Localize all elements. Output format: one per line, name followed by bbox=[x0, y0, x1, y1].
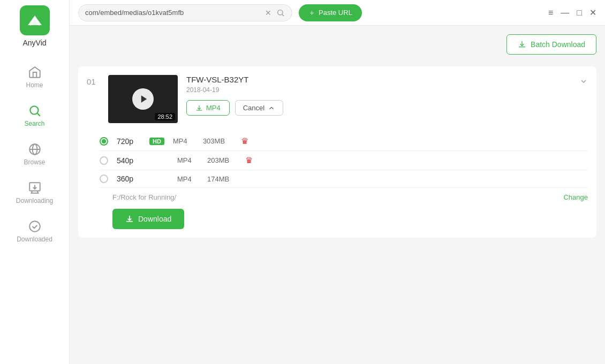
expand-icon[interactable] bbox=[579, 75, 588, 88]
svg-line-8 bbox=[282, 14, 284, 16]
svg-point-6 bbox=[29, 221, 40, 232]
quality-540p-label: 540p bbox=[117, 156, 141, 165]
batch-download-button[interactable]: Batch Download bbox=[506, 34, 596, 55]
sidebar-item-downloaded-label: Downloaded bbox=[17, 236, 52, 243]
downloading-icon bbox=[28, 181, 42, 195]
format-540p: MP4 bbox=[177, 156, 199, 164]
radio-540p[interactable] bbox=[100, 156, 108, 165]
quality-section: 720p HD MP4 303MB ♛ 540p MP4 203MB ♛ bbox=[87, 132, 588, 229]
video-date: 2018-04-19 bbox=[186, 86, 571, 94]
video-actions: MP4 Cancel bbox=[186, 100, 571, 116]
sidebar: AnyVid Home Search Browse Downloading bbox=[0, 0, 70, 364]
main-content: com/embed/medias/o1kvat5mfb ✕ ＋ Paste UR… bbox=[70, 0, 605, 364]
video-card: 01 28:52 TFW-VSL-B32YT 2018-04-19 bbox=[78, 66, 596, 238]
quality-row-720p: 720p HD MP4 303MB ♛ bbox=[100, 132, 588, 151]
window-controls: ≡ — □ ✕ bbox=[548, 7, 596, 18]
paste-url-button[interactable]: ＋ Paste URL bbox=[299, 4, 362, 21]
download-icon bbox=[125, 215, 134, 223]
titlebar: com/embed/medias/o1kvat5mfb ✕ ＋ Paste UR… bbox=[70, 0, 605, 26]
folder-row: F:/Rock for Running/ Change bbox=[100, 188, 588, 207]
quality-720p-label: 720p bbox=[117, 137, 141, 146]
sidebar-item-downloading[interactable]: Downloading bbox=[0, 173, 69, 212]
svg-line-1 bbox=[37, 113, 40, 116]
maximize-icon[interactable]: □ bbox=[577, 8, 582, 18]
hd-badge: HD bbox=[149, 138, 164, 145]
url-search-icon[interactable] bbox=[276, 8, 285, 18]
mp4-button[interactable]: MP4 bbox=[186, 100, 230, 116]
app-name: AnyVid bbox=[22, 39, 46, 47]
premium-icon-720p: ♛ bbox=[241, 136, 248, 146]
play-icon bbox=[139, 94, 149, 104]
mp4-download-icon bbox=[195, 104, 203, 112]
search-icon bbox=[28, 104, 42, 118]
minimize-icon[interactable]: — bbox=[561, 8, 569, 18]
size-720p: 303MB bbox=[203, 137, 232, 145]
quality-row-360p: 360p MP4 174MB bbox=[100, 170, 588, 188]
home-icon bbox=[28, 65, 42, 79]
sidebar-item-search[interactable]: Search bbox=[0, 96, 69, 135]
menu-icon[interactable]: ≡ bbox=[548, 8, 553, 18]
globe-icon bbox=[28, 142, 42, 156]
svg-point-0 bbox=[30, 106, 38, 114]
batch-download-label: Batch Download bbox=[531, 40, 585, 49]
svg-point-7 bbox=[278, 10, 283, 14]
quality-360p-label: 360p bbox=[117, 175, 141, 183]
size-540p: 203MB bbox=[207, 156, 237, 164]
change-folder-button[interactable]: Change bbox=[563, 193, 588, 201]
video-number: 01 bbox=[87, 75, 100, 86]
video-header: 01 28:52 TFW-VSL-B32YT 2018-04-19 bbox=[87, 75, 588, 123]
download-label: Download bbox=[138, 215, 171, 223]
radio-720p[interactable] bbox=[100, 137, 108, 146]
duration-badge: 28:52 bbox=[155, 113, 175, 120]
folder-path: F:/Rock for Running/ bbox=[112, 193, 563, 201]
video-info: TFW-VSL-B32YT 2018-04-19 MP4 Cancel bbox=[186, 75, 571, 116]
video-title: TFW-VSL-B32YT bbox=[186, 75, 571, 84]
sidebar-item-downloaded[interactable]: Downloaded bbox=[0, 212, 69, 251]
sidebar-item-home[interactable]: Home bbox=[0, 58, 69, 96]
format-720p: MP4 bbox=[173, 137, 194, 145]
plus-icon: ＋ bbox=[308, 8, 315, 18]
sidebar-item-browse[interactable]: Browse bbox=[0, 135, 69, 173]
cancel-button[interactable]: Cancel bbox=[235, 100, 283, 116]
sidebar-item-search-label: Search bbox=[24, 120, 44, 127]
premium-icon-540p: ♛ bbox=[245, 155, 253, 165]
close-icon[interactable]: ✕ bbox=[589, 7, 596, 18]
sidebar-item-browse-label: Browse bbox=[24, 158, 45, 166]
content-area: Batch Download 01 28:52 TFW-VSL-B32YT 20… bbox=[70, 26, 605, 364]
video-thumbnail: 28:52 bbox=[108, 75, 178, 123]
downloaded-icon bbox=[28, 219, 42, 233]
app-logo bbox=[20, 5, 50, 35]
batch-download-icon bbox=[518, 40, 526, 49]
sidebar-item-downloading-label: Downloading bbox=[16, 197, 53, 204]
mp4-label: MP4 bbox=[206, 104, 221, 112]
cancel-label: Cancel bbox=[243, 104, 264, 112]
radio-360p[interactable] bbox=[100, 175, 108, 183]
format-360p: MP4 bbox=[177, 175, 199, 183]
url-text: com/embed/medias/o1kvat5mfb bbox=[85, 9, 261, 17]
download-button[interactable]: Download bbox=[112, 209, 184, 229]
chevron-up-icon bbox=[268, 104, 275, 112]
svg-marker-9 bbox=[141, 95, 147, 103]
play-button[interactable] bbox=[132, 88, 154, 110]
size-360p: 174MB bbox=[207, 175, 237, 183]
url-clear-button[interactable]: ✕ bbox=[264, 9, 273, 17]
url-bar: com/embed/medias/o1kvat5mfb ✕ bbox=[78, 4, 292, 21]
sidebar-item-home-label: Home bbox=[26, 81, 43, 89]
quality-row-540p: 540p MP4 203MB ♛ bbox=[100, 151, 588, 170]
paste-url-label: Paste URL bbox=[319, 9, 352, 17]
